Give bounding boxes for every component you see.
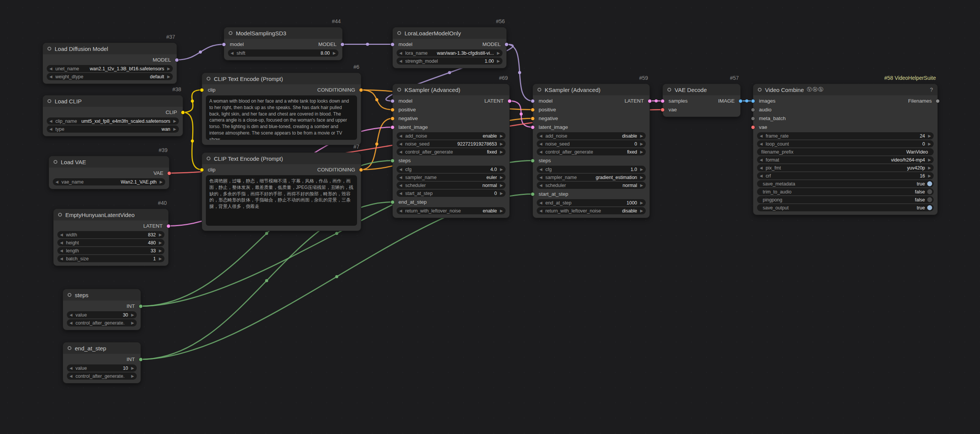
decrement-arrow[interactable]: ◀ <box>399 134 402 138</box>
widget-crf[interactable]: ◀crf16▶ <box>757 172 934 179</box>
output-slot-Filenames[interactable] <box>935 99 940 103</box>
increment-arrow[interactable]: ▶ <box>640 167 643 171</box>
collapse-icon[interactable] <box>397 88 401 92</box>
widget-length[interactable]: ◀length33▶ <box>57 247 164 254</box>
widget-scheduler[interactable]: ◀schedulernormal▶ <box>396 182 506 189</box>
increment-arrow[interactable]: ▶ <box>159 257 162 261</box>
increment-arrow[interactable]: ▶ <box>500 134 503 138</box>
widget-vae_name[interactable]: ◀vae_nameWan2.1_VAE.pth▶ <box>53 178 165 185</box>
output-slot-CONDITIONING[interactable] <box>359 168 363 172</box>
widget-height[interactable]: ◀height480▶ <box>57 239 164 246</box>
input-slot-positive[interactable] <box>531 108 535 112</box>
decrement-arrow[interactable]: ◀ <box>399 142 402 146</box>
node-title-bar[interactable]: KSampler (Advanced) <box>533 84 649 96</box>
node-steps-primitive[interactable]: stepsINT◀value30▶◀control_after_generate… <box>63 289 141 330</box>
decrement-arrow[interactable]: ◀ <box>539 134 542 138</box>
output-slot-CLIP[interactable] <box>181 110 185 114</box>
decrement-arrow[interactable]: ◀ <box>760 174 763 178</box>
decrement-arrow[interactable]: ◀ <box>399 167 402 171</box>
node-title-bar[interactable]: KSampler (Advanced) <box>393 84 509 96</box>
input-slot-model[interactable] <box>222 42 226 46</box>
increment-arrow[interactable]: ▶ <box>159 241 162 245</box>
output-slot-CONDITIONING[interactable] <box>359 88 363 92</box>
decrement-arrow[interactable]: ◀ <box>760 142 763 146</box>
link-midpoint-dot[interactable] <box>375 99 378 102</box>
input-slot-end_at_step[interactable] <box>390 200 395 204</box>
input-slot-model[interactable] <box>531 99 535 103</box>
widget-noise_seed[interactable]: ◀noise_seed922721919278653▶ <box>396 140 506 147</box>
input-slot-negative[interactable] <box>390 116 395 120</box>
output-slot-MODEL[interactable] <box>504 42 509 46</box>
decrement-arrow[interactable]: ◀ <box>70 313 73 317</box>
decrement-arrow[interactable]: ◀ <box>760 134 763 138</box>
input-slot-model[interactable] <box>390 42 395 46</box>
node-clip-text-encode-negative[interactable]: #7CLIP Text Encode (Prompt)clipCONDITION… <box>202 152 361 231</box>
widget-start_at_step[interactable]: ◀start_at_step0▶ <box>396 190 506 197</box>
increment-arrow[interactable]: ▶ <box>928 142 931 146</box>
collapse-icon[interactable] <box>397 31 401 35</box>
node-empty-hunyuan-latent-video[interactable]: #40EmptyHunyuanLatentVideoLATENT◀width83… <box>53 209 169 266</box>
widget-control_after_generate[interactable]: ◀control_after_generatefixed▶ <box>537 148 646 155</box>
node-ksampler-advanced-1[interactable]: #69KSampler (Advanced)modelLATENTpositiv… <box>392 84 510 218</box>
increment-arrow[interactable]: ▶ <box>500 167 503 171</box>
decrement-arrow[interactable]: ◀ <box>70 366 73 370</box>
node-title-bar[interactable]: Load CLIP <box>43 96 183 107</box>
increment-arrow[interactable]: ▶ <box>640 150 643 154</box>
decrement-arrow[interactable]: ◀ <box>60 257 63 261</box>
widget-cfg[interactable]: ◀cfg1.0▶ <box>537 166 646 173</box>
collapse-icon[interactable] <box>48 47 51 51</box>
input-slot-positive[interactable] <box>390 108 395 112</box>
widget-scheduler[interactable]: ◀schedulernormal▶ <box>537 182 646 189</box>
toggle-knob[interactable] <box>927 189 932 194</box>
output-slot-LATENT[interactable] <box>648 99 652 103</box>
prompt-text[interactable]: 色调艳丽，过曝，静态，细节模糊不清，字幕，风格，作品，画作，画面，静止，整体发灰… <box>206 175 357 226</box>
widget-sampler_name[interactable]: ◀sampler_namegradient_estimation▶ <box>537 174 646 181</box>
output-slot-MODEL[interactable] <box>175 58 179 62</box>
node-vae-decode[interactable]: #57VAE DecodesamplesIMAGEvae <box>662 84 741 117</box>
graph-canvas[interactable]: #37Load Diffusion ModelMODEL◀unet_namewa… <box>0 0 980 434</box>
link-midpoint-dot[interactable] <box>265 232 268 235</box>
output-slot-INT[interactable] <box>138 357 143 361</box>
node-title-bar[interactable]: CLIP Text Encode (Prompt) <box>202 153 361 164</box>
collapse-icon[interactable] <box>54 160 57 164</box>
input-slot-model[interactable] <box>390 99 395 103</box>
toggle-knob[interactable] <box>927 197 932 202</box>
decrement-arrow[interactable]: ◀ <box>399 183 402 187</box>
increment-arrow[interactable]: ▶ <box>173 119 176 123</box>
collapse-icon[interactable] <box>538 88 541 92</box>
increment-arrow[interactable]: ▶ <box>928 158 931 162</box>
output-slot-LATENT[interactable] <box>166 224 170 228</box>
increment-arrow[interactable]: ▶ <box>167 67 170 71</box>
decrement-arrow[interactable]: ◀ <box>539 183 542 187</box>
widget-add_noise[interactable]: ◀add_noisedisable▶ <box>537 132 646 139</box>
widget-width[interactable]: ◀width832▶ <box>57 231 164 238</box>
node-title-bar[interactable]: Load Diffusion Model <box>43 43 177 54</box>
node-model-sampling-sd3[interactable]: #44ModelSamplingSD3modelMODEL◀shift8.00▶ <box>224 27 343 61</box>
decrement-arrow[interactable]: ◀ <box>539 150 542 154</box>
node-title-bar[interactable]: Video CombineⓋⒽⓈ? <box>753 84 937 96</box>
increment-arrow[interactable]: ▶ <box>928 174 931 178</box>
increment-arrow[interactable]: ▶ <box>928 134 931 138</box>
decrement-arrow[interactable]: ◀ <box>399 175 402 179</box>
increment-arrow[interactable]: ▶ <box>159 180 162 184</box>
increment-arrow[interactable]: ▶ <box>500 142 503 146</box>
increment-arrow[interactable]: ▶ <box>640 209 643 213</box>
node-lora-loader-model-only[interactable]: #56LoraLoaderModelOnlymodelMODEL◀lora_na… <box>392 27 507 69</box>
increment-arrow[interactable]: ▶ <box>333 51 336 55</box>
collapse-icon[interactable] <box>207 156 210 160</box>
widget-clip_name[interactable]: ◀clip_nameumt5_xxl_fp8_e4m3fn_scaled.saf… <box>47 117 179 124</box>
input-slot-latent_image[interactable] <box>390 125 395 129</box>
output-slot-VAE[interactable] <box>167 171 171 175</box>
widget-control_after_generate[interactable]: ◀control_after_generatefixed▶ <box>396 148 506 155</box>
decrement-arrow[interactable]: ◀ <box>60 249 63 253</box>
node-end-at-step-primitive[interactable]: end_at_stepINT◀value10▶◀control_after_ge… <box>63 342 141 383</box>
link-midpoint-dot[interactable] <box>448 71 451 74</box>
widget-noise_seed[interactable]: ◀noise_seed0▶ <box>537 140 646 147</box>
decrement-arrow[interactable]: ◀ <box>399 59 402 63</box>
node-load-clip[interactable]: #38Load CLIPCLIP◀clip_nameumt5_xxl_fp8_e… <box>43 95 183 136</box>
node-title-bar[interactable]: steps <box>63 289 140 301</box>
widget-return_with_leftover_noise[interactable]: ◀return_with_leftover_noisedisable▶ <box>537 207 646 214</box>
input-slot-meta_batch[interactable] <box>751 116 755 120</box>
increment-arrow[interactable]: ▶ <box>173 127 176 131</box>
widget-save_output[interactable]: save_outputtrue <box>757 204 934 211</box>
